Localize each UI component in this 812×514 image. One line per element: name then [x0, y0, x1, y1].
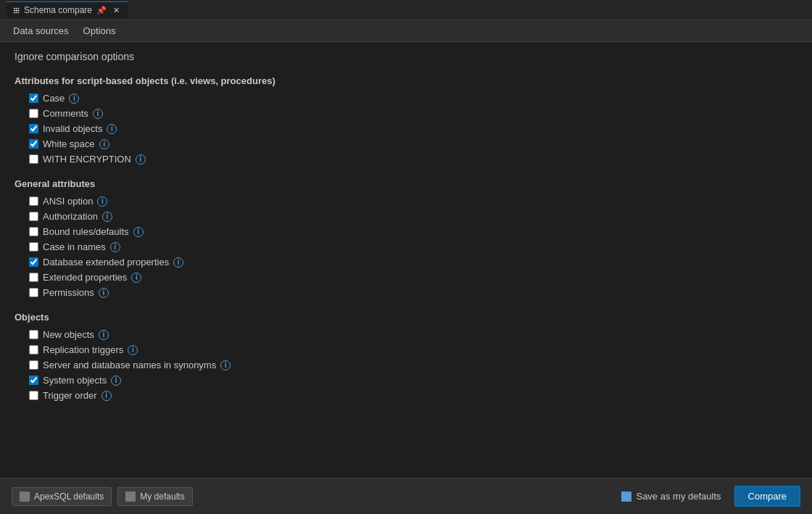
- apex-defaults-button[interactable]: ApexSQL defaults: [12, 487, 112, 506]
- extended-props-info-icon[interactable]: i: [131, 273, 141, 283]
- authorization-checkbox[interactable]: [29, 212, 38, 221]
- replication-triggers-info-icon[interactable]: i: [128, 345, 138, 355]
- case-checkbox[interactable]: [29, 94, 38, 103]
- server-db-names-info-icon[interactable]: i: [220, 360, 231, 370]
- list-item: Extended properties i: [29, 270, 798, 285]
- section-3-group: New objects i Replication triggers i Ser…: [29, 327, 798, 403]
- white-space-label[interactable]: White space: [43, 138, 95, 149]
- with-encryption-info-icon[interactable]: i: [136, 154, 146, 165]
- extended-props-checkbox[interactable]: [29, 273, 38, 282]
- invalid-objects-info-icon[interactable]: i: [107, 124, 117, 134]
- ansi-option-info-icon[interactable]: i: [97, 196, 107, 207]
- section-1-group: Case i Comments i Invalid objects i Whit…: [29, 91, 798, 167]
- close-icon[interactable]: ✕: [111, 5, 121, 15]
- save-defaults-label: Save as my defaults: [636, 491, 721, 502]
- trigger-order-label[interactable]: Trigger order: [43, 390, 97, 401]
- db-extended-props-info-icon[interactable]: i: [173, 257, 183, 268]
- pin-icon[interactable]: 📌: [96, 6, 107, 15]
- list-item: Replication triggers i: [29, 342, 798, 357]
- my-defaults-label: My defaults: [140, 492, 184, 502]
- tab-label: Schema compare: [24, 5, 92, 15]
- white-space-checkbox[interactable]: [29, 139, 38, 149]
- bottom-left-buttons: ApexSQL defaults My defaults: [12, 487, 193, 506]
- server-db-names-label[interactable]: Server and database names in synonyms: [43, 360, 216, 370]
- list-item: ANSI option i: [29, 194, 798, 209]
- section-heading-objects: Objects: [14, 312, 798, 323]
- ansi-option-checkbox[interactable]: [29, 196, 38, 206]
- replication-triggers-checkbox[interactable]: [29, 345, 38, 355]
- menu-options[interactable]: Options: [76, 22, 123, 39]
- list-item: Database extended properties i: [29, 254, 798, 270]
- section-heading-general: General attributes: [14, 178, 798, 189]
- bottom-right-buttons: Save as my defaults Compare: [616, 486, 800, 507]
- case-info-icon[interactable]: i: [69, 94, 79, 104]
- list-item: Authorization i: [29, 209, 798, 224]
- permissions-checkbox[interactable]: [29, 288, 38, 297]
- apex-defaults-icon: [20, 492, 30, 502]
- bound-rules-checkbox[interactable]: [29, 227, 38, 236]
- permissions-label[interactable]: Permissions: [43, 287, 94, 298]
- compare-label: Compare: [748, 491, 787, 502]
- menu-data-sources[interactable]: Data sources: [6, 22, 76, 39]
- panel-title: Ignore comparison options: [0, 42, 812, 68]
- new-objects-checkbox[interactable]: [29, 330, 38, 339]
- list-item: White space i: [29, 136, 798, 152]
- ansi-option-label[interactable]: ANSI option: [43, 196, 93, 207]
- list-item: Trigger order i: [29, 388, 798, 403]
- main-content: Ignore comparison options Attributes for…: [0, 42, 812, 514]
- system-objects-label[interactable]: System objects: [43, 375, 107, 386]
- db-extended-props-label[interactable]: Database extended properties: [43, 257, 169, 268]
- bound-rules-label[interactable]: Bound rules/defaults: [43, 226, 129, 237]
- title-bar: ⊞ Schema compare 📌 ✕: [0, 0, 812, 20]
- list-item: Invalid objects i: [29, 121, 798, 136]
- extended-props-label[interactable]: Extended properties: [43, 272, 127, 283]
- list-item: New objects i: [29, 327, 798, 342]
- db-extended-props-checkbox[interactable]: [29, 257, 38, 267]
- tab-icon: ⊞: [13, 6, 20, 15]
- my-defaults-button[interactable]: My defaults: [117, 487, 192, 506]
- comments-checkbox[interactable]: [29, 109, 38, 118]
- with-encryption-checkbox[interactable]: [29, 154, 38, 164]
- list-item: Permissions i: [29, 285, 798, 300]
- trigger-order-checkbox[interactable]: [29, 391, 38, 400]
- options-panel: Ignore comparison options Attributes for…: [0, 42, 812, 478]
- title-bar-tab[interactable]: ⊞ Schema compare 📌 ✕: [6, 1, 128, 18]
- invalid-objects-checkbox[interactable]: [29, 124, 38, 133]
- list-item: Case in names i: [29, 239, 798, 254]
- permissions-info-icon[interactable]: i: [99, 288, 109, 298]
- section-2-group: ANSI option i Authorization i Bound rule…: [29, 194, 798, 300]
- bound-rules-info-icon[interactable]: i: [133, 227, 144, 237]
- new-objects-info-icon[interactable]: i: [99, 330, 109, 340]
- my-defaults-icon: [125, 492, 136, 502]
- new-objects-label[interactable]: New objects: [43, 329, 94, 340]
- list-item: Server and database names in synonyms i: [29, 357, 798, 373]
- bottom-toolbar: ApexSQL defaults My defaults Save as my …: [0, 478, 812, 514]
- list-item: WITH ENCRYPTION i: [29, 152, 798, 167]
- section-heading-attributes: Attributes for script-based objects (i.e…: [14, 75, 798, 86]
- comments-label[interactable]: Comments: [43, 108, 88, 119]
- comments-info-icon[interactable]: i: [93, 109, 103, 119]
- case-label[interactable]: Case: [43, 93, 65, 104]
- system-objects-info-icon[interactable]: i: [111, 376, 121, 386]
- case-in-names-info-icon[interactable]: i: [110, 242, 120, 252]
- compare-button[interactable]: Compare: [734, 486, 800, 507]
- menu-bar: Data sources Options: [0, 20, 812, 42]
- with-encryption-label[interactable]: WITH ENCRYPTION: [43, 154, 131, 165]
- authorization-label[interactable]: Authorization: [43, 211, 98, 222]
- case-in-names-label[interactable]: Case in names: [43, 241, 106, 252]
- trigger-order-info-icon[interactable]: i: [102, 391, 112, 401]
- list-item: Bound rules/defaults i: [29, 224, 798, 239]
- replication-triggers-label[interactable]: Replication triggers: [43, 344, 123, 355]
- save-defaults-button[interactable]: Save as my defaults: [616, 488, 726, 505]
- list-item: Case i: [29, 91, 798, 106]
- save-defaults-icon: [621, 492, 631, 502]
- invalid-objects-label[interactable]: Invalid objects: [43, 123, 102, 134]
- authorization-info-icon[interactable]: i: [102, 212, 112, 222]
- white-space-info-icon[interactable]: i: [99, 139, 109, 149]
- server-db-names-checkbox[interactable]: [29, 360, 38, 370]
- apex-defaults-label: ApexSQL defaults: [34, 492, 104, 502]
- system-objects-checkbox[interactable]: [29, 376, 38, 385]
- scrollable-content[interactable]: Attributes for script-based objects (i.e…: [0, 68, 812, 478]
- list-item: Comments i: [29, 106, 798, 121]
- case-in-names-checkbox[interactable]: [29, 242, 38, 252]
